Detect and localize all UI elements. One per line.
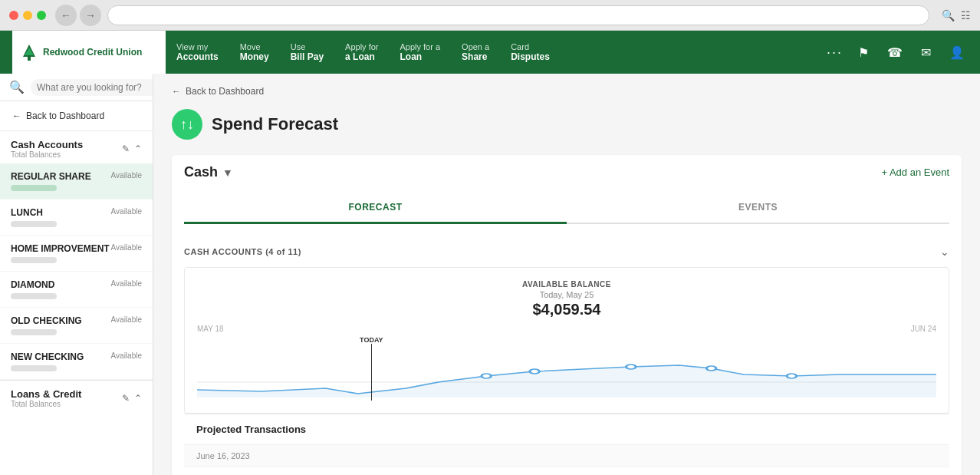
nav-accounts-label: View my — [176, 42, 219, 51]
nav-links: View my Accounts Move Money Use Bill Pay… — [166, 31, 827, 74]
projected-section: Projected Transactions June 16, 2023 🏠 M… — [184, 414, 949, 475]
close-traffic-light[interactable] — [9, 11, 18, 20]
forward-button[interactable]: → — [80, 5, 101, 26]
chart-area: TODAY — [197, 336, 936, 401]
sidebar-item-lunch[interactable]: LUNCH Available — [0, 200, 153, 236]
today-line — [371, 344, 372, 401]
lunch-balance — [11, 221, 57, 227]
cash-label: Cash — [184, 164, 218, 180]
old-checking-available: Available — [111, 315, 142, 324]
chart-dates: MAY 18 JUN 24 — [197, 325, 936, 333]
sidebar-item-diamond[interactable]: DIAMOND Available — [0, 272, 153, 308]
content-card: Cash ▼ + Add an Event FORECAST E — [172, 155, 962, 475]
phone-icon[interactable]: ☎ — [884, 42, 906, 63]
nav-share-sub: Share — [462, 51, 489, 62]
nav-accounts-sub: Accounts — [176, 51, 219, 62]
transaction-mortgage[interactable]: 🏠 Mortgage OLD CHECKING | x-9s10 📅 Month… — [184, 467, 949, 475]
svg-marker-4 — [197, 365, 936, 397]
tab-events[interactable]: EVENTS — [567, 193, 949, 224]
back-arrow-icon: ← — [12, 111, 21, 121]
sidebar-search-area: 🔍 — [0, 74, 153, 101]
nav-share-label: Open a — [462, 42, 489, 51]
nav-disputes-sub: Disputes — [511, 51, 550, 62]
sidebar-item-new-checking[interactable]: NEW CHECKING Available — [0, 344, 153, 380]
traffic-lights — [9, 11, 46, 20]
chart-date-start: MAY 18 — [197, 325, 224, 333]
loans-edit-icon[interactable]: ✎ — [122, 393, 130, 404]
more-options-icon[interactable]: ··· — [827, 45, 843, 61]
cash-dropdown[interactable]: Cash ▼ — [184, 164, 233, 180]
page-title: Spend Forecast — [212, 114, 338, 134]
main-back-button[interactable]: ← Back to Dashboard — [172, 86, 962, 97]
home-improvement-name: HOME IMPROVEMENT — [11, 243, 110, 254]
collapse-icon[interactable]: ⌃ — [134, 143, 142, 154]
sidebar-back-button[interactable]: ← Back to Dashboard — [0, 101, 153, 131]
nav-applyloan[interactable]: Apply for a Loan — [389, 31, 451, 74]
new-checking-name: NEW CHECKING — [11, 351, 84, 362]
nav-accounts[interactable]: View my Accounts — [166, 31, 229, 74]
nav-loan[interactable]: Apply for a Loan — [334, 31, 389, 74]
chart-date: Today, May 25 — [197, 290, 936, 299]
body-layout: 🔍 ← Back to Dashboard Cash Accounts Tota… — [0, 74, 980, 475]
email-icon[interactable]: ✉ — [918, 42, 934, 63]
sidebar-item-old-checking[interactable]: OLD CHECKING Available — [0, 308, 153, 344]
home-improvement-balance — [11, 257, 57, 263]
nav-loan-label: Apply for — [345, 42, 378, 51]
date-group-june16: June 16, 2023 — [184, 444, 949, 467]
chart-date-end: JUN 24 — [911, 325, 936, 333]
projected-header: Projected Transactions — [184, 414, 949, 444]
add-event-button[interactable]: + Add an Event — [881, 167, 949, 178]
accounts-header: CASH ACCOUNTS (4 of 11) ⌄ — [184, 246, 949, 258]
back-button[interactable]: ← — [55, 5, 77, 26]
svg-point-6 — [530, 369, 540, 374]
home-improvement-available: Available — [111, 243, 142, 252]
page-header: ↑↓ Spend Forecast — [172, 109, 962, 140]
tab-forecast-label: FORECAST — [349, 202, 403, 213]
logo-icon — [21, 43, 37, 61]
share-icon[interactable]: ☷ — [961, 9, 971, 21]
url-bar[interactable] — [107, 5, 929, 25]
minimize-traffic-light[interactable] — [23, 11, 32, 20]
nav-right: ··· ⚑ ☎ ✉ 👤 — [827, 42, 968, 63]
main-back-arrow-icon: ← — [172, 86, 181, 97]
main-back-label: Back to Dashboard — [186, 86, 264, 97]
url-input[interactable] — [117, 10, 919, 21]
chat-icon[interactable]: ⚑ — [855, 42, 872, 63]
new-checking-balance — [11, 365, 57, 371]
fullscreen-traffic-light[interactable] — [37, 11, 46, 20]
loans-credit-header: Loans & Credit Total Balances ✎ ⌃ — [0, 380, 153, 413]
old-checking-name: OLD CHECKING — [11, 315, 82, 326]
svg-rect-2 — [28, 57, 31, 61]
nav-applyloan-sub: Loan — [400, 51, 440, 62]
nav-loan-sub: a Loan — [345, 51, 378, 62]
spend-forecast-icon: ↑↓ — [172, 109, 202, 140]
diamond-name: DIAMOND — [11, 279, 57, 290]
nav-disputes[interactable]: Card Disputes — [500, 31, 561, 74]
old-checking-balance — [11, 329, 57, 335]
nav-billpay-sub: Bill Pay — [291, 51, 324, 62]
browser-chrome: ← → 🔍 ☷ — [0, 0, 980, 31]
chart-container: AVAILABLE BALANCE Today, May 25 $4,059.5… — [184, 267, 949, 414]
new-checking-available: Available — [111, 351, 142, 360]
tab-forecast[interactable]: FORECAST — [184, 193, 567, 224]
nav-money-label: Move — [240, 42, 269, 51]
nav-money-sub: Money — [240, 51, 269, 62]
nav-billpay[interactable]: Use Bill Pay — [280, 31, 334, 74]
user-icon[interactable]: 👤 — [946, 42, 968, 63]
sidebar-item-regular-share[interactable]: REGULAR SHARE Available — [0, 163, 153, 200]
browser-nav-buttons: ← → — [55, 5, 101, 26]
edit-icon[interactable]: ✎ — [122, 143, 130, 154]
nav-money[interactable]: Move Money — [229, 31, 280, 74]
loans-collapse-icon[interactable]: ⌃ — [134, 393, 142, 404]
accounts-chevron-icon[interactable]: ⌄ — [940, 246, 949, 258]
tabs-row: FORECAST EVENTS — [184, 193, 949, 224]
sidebar-item-home-improvement[interactable]: HOME IMPROVEMENT Available — [0, 236, 153, 272]
nav-share[interactable]: Open a Share — [451, 31, 500, 74]
chart-info: AVAILABLE BALANCE Today, May 25 $4,059.5… — [197, 280, 936, 318]
search-icon[interactable]: 🔍 — [942, 9, 955, 21]
cash-accounts-sub: Total Balances — [11, 150, 83, 159]
search-input[interactable] — [31, 79, 153, 96]
accounts-section: CASH ACCOUNTS (4 of 11) ⌄ AVAILABLE BALA… — [172, 236, 962, 475]
cash-row: Cash ▼ + Add an Event — [184, 164, 949, 180]
lunch-available: Available — [111, 207, 142, 216]
